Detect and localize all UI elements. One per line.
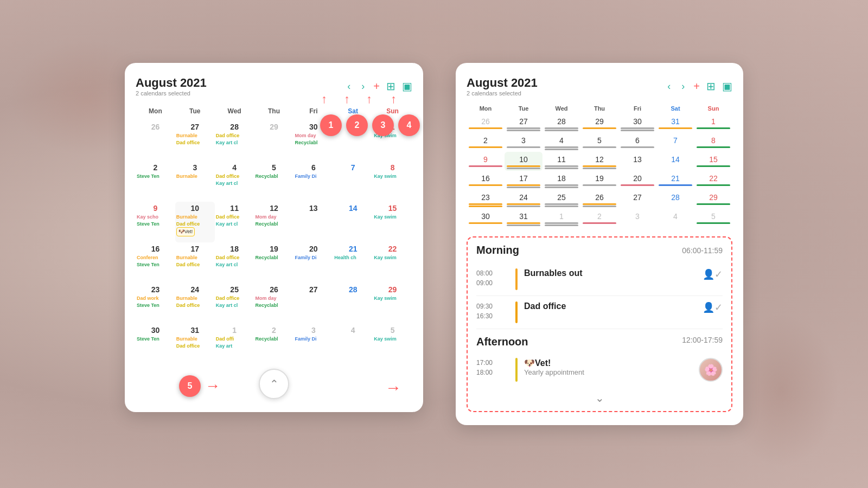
next-month-btn-right[interactable]: › xyxy=(679,80,687,93)
mini-8[interactable]: 8 xyxy=(694,133,732,152)
mini-26[interactable]: 26 xyxy=(580,190,618,209)
mini-3next[interactable]: 3 xyxy=(618,209,656,228)
vet-subtitle: Yearly appointment xyxy=(524,368,692,376)
mini-1sun[interactable]: 1 xyxy=(694,114,732,133)
mini-24[interactable]: 24 xyxy=(505,190,542,209)
mini-30prev[interactable]: 30 xyxy=(618,114,656,133)
mini-1next[interactable]: 1 xyxy=(542,209,580,228)
mini-28[interactable]: 28 xyxy=(656,190,694,209)
mini-2[interactable]: 2 xyxy=(467,133,505,152)
prev-month-btn-right[interactable]: ‹ xyxy=(665,80,673,93)
mini-18[interactable]: 18 xyxy=(542,171,580,190)
cal-day-13[interactable]: 13 xyxy=(293,202,333,242)
scroll-up-button[interactable]: ⌃ xyxy=(259,369,289,399)
cal-day-5next[interactable]: 5 Kay swim xyxy=(373,324,412,364)
cal-day-10[interactable]: 10 Burnable Dad office 🐶Vet! xyxy=(175,202,215,242)
mini-12[interactable]: 12 xyxy=(580,152,618,171)
cal-day-4next[interactable]: 4 xyxy=(333,324,373,364)
cal-day-24[interactable]: 24 Burnable Dad office xyxy=(175,283,215,324)
cal-day-2[interactable]: 2 Steve Ten xyxy=(136,161,175,202)
cal-day-11[interactable]: 11 Dad office Kay art cl xyxy=(215,202,254,242)
cal-day-22[interactable]: 22 Kay swim xyxy=(373,242,412,283)
mini-25[interactable]: 25 xyxy=(542,190,580,209)
mini-29prev[interactable]: 29 xyxy=(580,114,618,133)
mini-19[interactable]: 19 xyxy=(580,171,618,190)
calendar-view-btn-left[interactable]: ⊞ xyxy=(386,80,395,93)
mini-28prev[interactable]: 28 xyxy=(542,114,580,133)
mini-13[interactable]: 13 xyxy=(618,152,656,171)
mini-31sat[interactable]: 31 xyxy=(656,114,694,133)
mini-16[interactable]: 16 xyxy=(467,171,505,190)
mini-14[interactable]: 14 xyxy=(656,152,694,171)
cal-day-1sun[interactable]: 1 Kay swim xyxy=(373,120,412,161)
cal-day-3[interactable]: 3 Burnable xyxy=(175,161,215,202)
mini-10[interactable]: 10 xyxy=(505,152,542,171)
cal-day-29prev[interactable]: 29 xyxy=(254,120,294,161)
mini-26prev[interactable]: 26 xyxy=(467,114,505,133)
prev-month-btn-left[interactable]: ‹ xyxy=(345,80,353,93)
cal-day-31sat[interactable]: 31 xyxy=(333,120,373,161)
event-row-burnables[interactable]: 08:00 09:00 Burnables out 👤✓ xyxy=(476,263,723,296)
cal-day-26prev[interactable]: 26 xyxy=(136,120,175,161)
mini-31[interactable]: 31 xyxy=(505,209,542,228)
calendar-view-btn-right[interactable]: ⊞ xyxy=(706,80,716,93)
chevron-down-icon[interactable]: ⌄ xyxy=(476,391,723,404)
mini-2next[interactable]: 2 xyxy=(580,209,618,228)
mini-3[interactable]: 3 xyxy=(505,133,542,152)
cal-day-15[interactable]: 15 Kay swim xyxy=(373,202,412,242)
cal-day-5[interactable]: 5 Recyclabl xyxy=(254,161,294,202)
mini-9[interactable]: 9 xyxy=(467,152,505,171)
cal-day-4[interactable]: 4 Dad office Kay art cl xyxy=(215,161,254,202)
mini-22[interactable]: 22 xyxy=(694,171,732,190)
cal-day-25[interactable]: 25 Dad office Kay art cl xyxy=(215,283,254,324)
mini-29[interactable]: 29 xyxy=(694,190,732,209)
cal-day-27[interactable]: 27 xyxy=(293,283,333,324)
cal-day-29[interactable]: 29 Kay swim xyxy=(373,283,412,324)
cal-day-3next[interactable]: 3 Family Di xyxy=(293,324,333,364)
cal-day-2next[interactable]: 2 Recyclabl xyxy=(254,324,294,364)
toggle-view-btn-left[interactable]: ▣ xyxy=(402,80,412,93)
mini-11[interactable]: 11 xyxy=(542,152,580,171)
next-month-btn-left[interactable]: › xyxy=(359,80,367,93)
mini-20[interactable]: 20 xyxy=(618,171,656,190)
cal-day-8[interactable]: 8 Kay swim xyxy=(373,161,412,202)
cal-day-1next[interactable]: 1 Dad offi Kay art xyxy=(215,324,254,364)
cal-day-28prev[interactable]: 28 Dad office Kay art cl xyxy=(215,120,254,161)
mini-27[interactable]: 27 xyxy=(618,190,656,209)
mini-5[interactable]: 5 xyxy=(580,133,618,152)
mini-4[interactable]: 4 xyxy=(542,133,580,152)
mini-21[interactable]: 21 xyxy=(656,171,694,190)
cal-day-26[interactable]: 26 Mom day Recyclabl xyxy=(254,283,294,324)
cal-day-19[interactable]: 19 Recyclabl xyxy=(254,242,294,283)
cal-day-20[interactable]: 20 Family Di xyxy=(293,242,333,283)
mini-6[interactable]: 6 xyxy=(618,133,656,152)
mini-7[interactable]: 7 xyxy=(656,133,694,152)
cal-day-21[interactable]: 21 Health ch xyxy=(333,242,373,283)
cal-day-18[interactable]: 18 Dad office Kay art cl xyxy=(215,242,254,283)
cal-day-30prev[interactable]: 30 Mom day Recyclabl xyxy=(293,120,333,161)
mini-5next[interactable]: 5 xyxy=(694,209,732,228)
add-event-btn-right[interactable]: + xyxy=(693,80,700,93)
cal-day-17[interactable]: 17 Burnable Dad office xyxy=(175,242,215,283)
cal-day-27prev[interactable]: 27 Burnable Dad office xyxy=(175,120,215,161)
cal-day-7[interactable]: 7 xyxy=(333,161,373,202)
cal-day-30[interactable]: 30 Steve Ten xyxy=(136,324,175,364)
cal-day-16[interactable]: 16 Conferen Steve Ten xyxy=(136,242,175,283)
add-event-btn-left[interactable]: + xyxy=(373,80,380,93)
toggle-view-btn-right[interactable]: ▣ xyxy=(722,80,732,93)
event-row-vet[interactable]: 17:00 18:00 🐶Vet! Yearly appointment 🌸 xyxy=(476,352,723,387)
cal-day-9[interactable]: 9 Kay scho Steve Ten xyxy=(136,202,175,242)
mini-15[interactable]: 15 xyxy=(694,152,732,171)
mini-23[interactable]: 23 xyxy=(467,190,505,209)
event-row-dadoffice[interactable]: 09:30 16:30 Dad office 👤✓ xyxy=(476,296,723,329)
cal-day-31[interactable]: 31 Burnable Dad office xyxy=(175,324,215,364)
cal-day-12[interactable]: 12 Mom day Recyclabl xyxy=(254,202,294,242)
mini-4next[interactable]: 4 xyxy=(656,209,694,228)
mini-17[interactable]: 17 xyxy=(505,171,542,190)
mini-27prev[interactable]: 27 xyxy=(505,114,542,133)
mini-30[interactable]: 30 xyxy=(467,209,505,228)
cal-day-28[interactable]: 28 xyxy=(333,283,373,324)
cal-day-23[interactable]: 23 Dad work Steve Ten xyxy=(136,283,175,324)
cal-day-14[interactable]: 14 xyxy=(333,202,373,242)
cal-day-6[interactable]: 6 Family Di xyxy=(293,161,333,202)
